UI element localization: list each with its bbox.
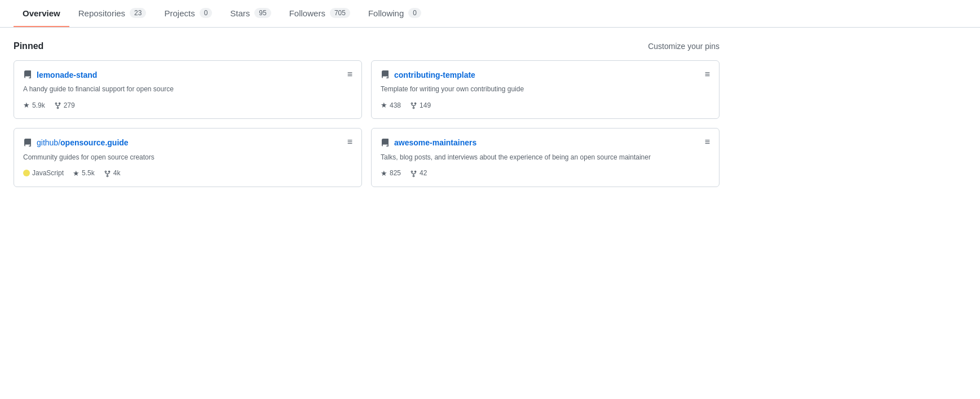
fork-icon-awesome-maintainers — [410, 169, 417, 178]
pinned-title: Pinned — [14, 41, 43, 51]
pin-card-title-lemonade-stand: lemonade-stand — [23, 70, 97, 79]
tab-stars[interactable]: Stars95 — [221, 0, 280, 27]
pin-card-header-lemonade-stand: lemonade-stand≡ — [23, 70, 352, 79]
star-icon-contributing-template: ★ — [381, 101, 387, 109]
tab-badge-stars: 95 — [254, 8, 271, 18]
fork-count-opensource-guide: 4k — [113, 169, 121, 177]
stat-stars-lemonade-stand[interactable]: ★ 5.9k — [23, 101, 45, 109]
fork-count-contributing-template: 149 — [420, 101, 431, 109]
stat-forks-awesome-maintainers[interactable]: 42 — [410, 169, 427, 178]
card-menu-icon-awesome-maintainers[interactable]: ≡ — [705, 138, 710, 147]
pin-card-contributing-template: contributing-template≡Template for writi… — [371, 60, 719, 119]
customize-pins-link[interactable]: Customize your pins — [648, 42, 719, 51]
star-count-awesome-maintainers: 825 — [390, 169, 401, 177]
tab-label-overview: Overview — [23, 8, 60, 18]
tab-label-following: Following — [368, 8, 404, 18]
pin-card-header-contributing-template: contributing-template≡ — [381, 70, 710, 79]
fork-icon-contributing-template — [410, 101, 417, 109]
lang-label-opensource-guide: JavaScript — [32, 169, 64, 177]
pin-card-opensource-guide: github/opensource.guide≡Community guides… — [14, 128, 362, 187]
repo-owner-opensource-guide: github/ — [37, 138, 60, 147]
fork-icon-lemonade-stand — [54, 101, 61, 109]
pin-card-stats-opensource-guide: JavaScript★ 5.5k 4k — [23, 169, 352, 178]
pin-card-desc-awesome-maintainers: Talks, blog posts, and interviews about … — [381, 152, 710, 162]
lang-dot-opensource-guide — [23, 170, 30, 176]
stat-lang-opensource-guide: JavaScript — [23, 169, 64, 177]
tab-label-stars: Stars — [230, 8, 250, 18]
profile-nav: OverviewRepositories23Projects0Stars95Fo… — [0, 0, 980, 28]
repo-name-link-awesome-maintainers[interactable]: awesome-maintainers — [394, 138, 476, 147]
pin-card-title-opensource-guide: github/opensource.guide — [23, 138, 129, 147]
pin-card-stats-contributing-template: ★ 438 149 — [381, 101, 710, 109]
star-count-contributing-template: 438 — [390, 101, 401, 109]
fork-icon-opensource-guide — [104, 169, 111, 178]
star-count-opensource-guide: 5.5k — [82, 169, 95, 177]
fork-count-lemonade-stand: 279 — [64, 101, 75, 109]
stat-stars-opensource-guide[interactable]: ★ 5.5k — [73, 169, 95, 178]
stat-stars-awesome-maintainers[interactable]: ★ 825 — [381, 169, 401, 178]
repo-name-link-opensource-guide[interactable]: github/opensource.guide — [37, 138, 129, 147]
tab-label-projects: Projects — [164, 8, 195, 18]
repo-icon-lemonade-stand — [23, 70, 32, 79]
tab-label-repositories: Repositories — [78, 8, 125, 18]
pinned-grid: lemonade-stand≡A handy guide to financia… — [14, 60, 719, 187]
tab-badge-projects: 0 — [200, 8, 213, 18]
pin-card-awesome-maintainers: awesome-maintainers≡Talks, blog posts, a… — [371, 128, 719, 187]
star-icon-opensource-guide: ★ — [73, 169, 80, 178]
repo-icon-awesome-maintainers — [381, 138, 390, 147]
repo-name-link-contributing-template[interactable]: contributing-template — [394, 70, 475, 79]
main-content: Pinned Customize your pins lemonade-stan… — [0, 28, 733, 201]
pin-card-stats-awesome-maintainers: ★ 825 42 — [381, 169, 710, 178]
tab-badge-following: 0 — [408, 8, 421, 18]
repo-icon-contributing-template — [381, 70, 390, 79]
pin-card-stats-lemonade-stand: ★ 5.9k 279 — [23, 101, 352, 109]
stat-stars-contributing-template[interactable]: ★ 438 — [381, 101, 401, 109]
stat-forks-lemonade-stand[interactable]: 279 — [54, 101, 75, 109]
pin-card-header-opensource-guide: github/opensource.guide≡ — [23, 138, 352, 147]
pinned-header: Pinned Customize your pins — [14, 41, 719, 51]
pin-card-header-awesome-maintainers: awesome-maintainers≡ — [381, 138, 710, 147]
repo-icon-opensource-guide — [23, 138, 32, 147]
tab-badge-followers: 705 — [330, 8, 350, 18]
card-menu-icon-opensource-guide[interactable]: ≡ — [347, 138, 352, 147]
tab-following[interactable]: Following0 — [359, 0, 430, 27]
star-icon-lemonade-stand: ★ — [23, 101, 30, 109]
pin-card-title-awesome-maintainers: awesome-maintainers — [381, 138, 476, 147]
tab-badge-repositories: 23 — [130, 8, 146, 18]
tab-label-followers: Followers — [289, 8, 325, 18]
fork-count-awesome-maintainers: 42 — [420, 169, 427, 177]
pin-card-desc-opensource-guide: Community guides for open source creator… — [23, 152, 352, 162]
tab-projects[interactable]: Projects0 — [155, 0, 221, 27]
card-menu-icon-contributing-template[interactable]: ≡ — [705, 70, 710, 79]
repo-name-link-lemonade-stand[interactable]: lemonade-stand — [37, 70, 97, 79]
tab-repositories[interactable]: Repositories23 — [69, 0, 156, 27]
stat-forks-opensource-guide[interactable]: 4k — [104, 169, 121, 178]
star-icon-awesome-maintainers: ★ — [381, 169, 387, 178]
card-menu-icon-lemonade-stand[interactable]: ≡ — [347, 70, 352, 79]
tab-overview[interactable]: Overview — [14, 1, 69, 27]
pin-card-desc-lemonade-stand: A handy guide to financial support for o… — [23, 84, 352, 94]
stat-forks-contributing-template[interactable]: 149 — [410, 101, 431, 109]
pin-card-title-contributing-template: contributing-template — [381, 70, 475, 79]
pin-card-lemonade-stand: lemonade-stand≡A handy guide to financia… — [14, 60, 362, 119]
pin-card-desc-contributing-template: Template for writing your own contributi… — [381, 84, 710, 94]
tab-followers[interactable]: Followers705 — [280, 0, 359, 27]
star-count-lemonade-stand: 5.9k — [32, 101, 45, 109]
